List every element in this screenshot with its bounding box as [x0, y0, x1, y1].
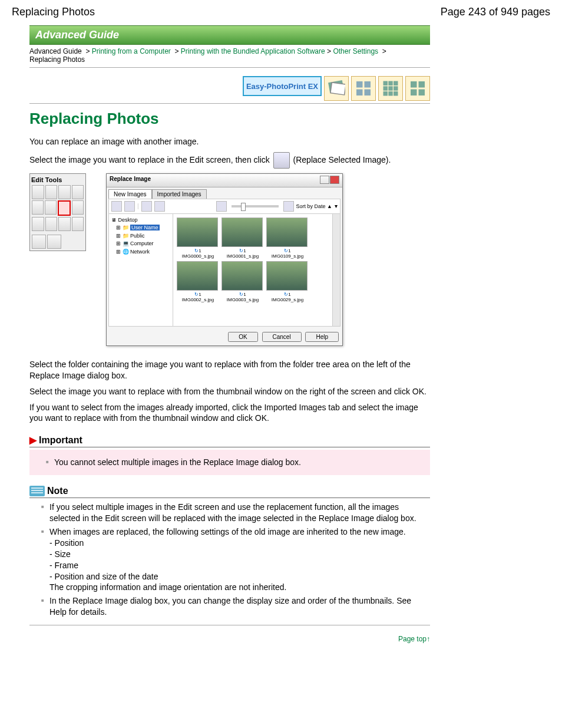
- important-heading: ▶ Important: [29, 434, 430, 447]
- ok-button[interactable]: OK: [228, 332, 257, 342]
- note-sub: - Frame: [49, 560, 430, 571]
- layout-icon-1: [324, 76, 349, 101]
- tab-imported-images[interactable]: Imported Images: [152, 189, 207, 199]
- cancel-button[interactable]: Cancel: [262, 332, 302, 342]
- svg-rect-13: [388, 91, 393, 96]
- thumbnail[interactable]: ↻1IMG0002_s.jpg: [177, 261, 219, 302]
- page-top-link[interactable]: Page top↑: [398, 635, 430, 643]
- sort-dropdown[interactable]: Sort by Date ▲: [296, 203, 332, 209]
- tab-new-images[interactable]: New Images: [108, 189, 152, 199]
- svg-rect-6: [384, 81, 388, 86]
- tool-btn[interactable]: [58, 217, 71, 231]
- thumbnail[interactable]: ↻1IMG0000_s.jpg: [177, 218, 219, 259]
- note-sub: - Size: [49, 549, 430, 560]
- note-item: If you select multiple images in the Edi…: [41, 502, 430, 524]
- tool-btn[interactable]: [45, 200, 57, 215]
- view-mode-icon[interactable]: [124, 201, 135, 212]
- dialog-title: Replace Image: [110, 176, 151, 185]
- paragraph-thumbnail: Select the image you want to replace wit…: [29, 386, 430, 397]
- crumb-current: Replacing Photos: [29, 55, 85, 64]
- thumb-small-icon: [216, 201, 227, 212]
- tool-btn[interactable]: [45, 217, 58, 231]
- instruction-1: Select the image you want to replace in …: [29, 152, 430, 169]
- thumbnail[interactable]: ↻1IMG0109_s.jpg: [266, 218, 309, 259]
- svg-rect-4: [356, 90, 363, 96]
- layout-icon-4: [405, 76, 430, 101]
- paragraph-imported: If you want to select from the images al…: [29, 402, 430, 424]
- flag-icon: ▶: [29, 434, 37, 446]
- tool-btn[interactable]: [32, 185, 44, 199]
- thumbnail[interactable]: ↻1IMG0003_s.jpg: [222, 261, 264, 302]
- tool-btn[interactable]: [32, 200, 44, 215]
- edit-tools-title: Edit Tools: [31, 175, 84, 185]
- folder-icon[interactable]: [154, 201, 165, 212]
- svg-rect-18: [419, 90, 425, 96]
- svg-rect-2: [356, 81, 363, 88]
- breadcrumb: Advanced Guide > Printing from a Compute…: [29, 45, 430, 68]
- svg-rect-10: [388, 86, 393, 91]
- edit-tools-palette: Edit Tools: [29, 173, 86, 251]
- thumbnail[interactable]: ↻1IMG0001_s.jpg: [222, 218, 264, 259]
- crumb-other-settings[interactable]: Other Settings: [333, 47, 378, 55]
- note-sub: - Position and size of the date: [49, 571, 430, 582]
- chevron-down-icon[interactable]: ▾: [335, 203, 338, 209]
- crumb-bundled-software[interactable]: Printing with the Bundled Application So…: [181, 47, 325, 55]
- svg-rect-9: [384, 86, 388, 91]
- tool-btn[interactable]: [72, 200, 84, 215]
- help-button[interactable]: Help: [305, 332, 339, 342]
- svg-rect-8: [394, 81, 398, 86]
- svg-rect-15: [411, 81, 417, 88]
- tool-btn[interactable]: [32, 217, 44, 231]
- svg-rect-16: [419, 81, 425, 88]
- svg-rect-12: [384, 91, 388, 96]
- thumb-large-icon: [283, 201, 294, 212]
- page-title-top: Replacing Photos: [12, 6, 95, 18]
- tool-replace-image[interactable]: [58, 200, 71, 216]
- refresh-icon[interactable]: [141, 201, 152, 212]
- note-icon: [29, 486, 45, 496]
- layout-icon-2: [351, 76, 376, 101]
- svg-rect-17: [411, 90, 417, 96]
- note-item: In the Replace Image dialog box, you can…: [41, 595, 430, 618]
- svg-rect-1: [330, 83, 345, 95]
- tool-btn[interactable]: [72, 185, 84, 199]
- thumbnail-size-slider[interactable]: [232, 205, 278, 207]
- folder-tree[interactable]: 🖥 Desktop ⊞ 📁 User Name ⊞ 📁 Public ⊞ 💻 C…: [109, 214, 173, 326]
- note-heading: Note: [29, 486, 430, 498]
- app-logo-badge: Easy-PhotoPrint EX: [243, 76, 322, 96]
- tool-text-a[interactable]: [32, 235, 46, 249]
- replace-selected-image-icon: [273, 152, 290, 169]
- close-button[interactable]: [330, 176, 339, 184]
- guide-header: Advanced Guide: [29, 25, 430, 45]
- thumbnail-pane: ↻1IMG0000_s.jpg ↻1IMG0001_s.jpg ↻1IMG010…: [173, 214, 332, 326]
- minimize-button[interactable]: [320, 176, 329, 184]
- crumb-printing-computer[interactable]: Printing from a Computer: [92, 47, 171, 55]
- note-sub: The cropping information and image orien…: [49, 582, 430, 593]
- page-number: Page 243 of 949 pages: [441, 6, 550, 18]
- replace-image-dialog: Replace Image New ImagesImported Images …: [106, 173, 343, 346]
- view-mode-icon[interactable]: [111, 201, 122, 212]
- thumbnail[interactable]: ↻1IMG0029_s.jpg: [266, 261, 309, 302]
- page-title: Replacing Photos: [29, 110, 430, 128]
- window-controls: [319, 176, 339, 185]
- svg-rect-14: [394, 91, 398, 96]
- tool-btn[interactable]: [58, 185, 71, 199]
- svg-rect-5: [365, 90, 371, 96]
- tool-text-b[interactable]: [47, 235, 61, 249]
- tool-btn[interactable]: [72, 217, 84, 231]
- paragraph-folder: Select the folder containing the image y…: [29, 359, 430, 381]
- svg-rect-3: [365, 81, 371, 88]
- crumb-advanced-guide[interactable]: Advanced Guide: [29, 47, 82, 55]
- note-sub: - Position: [49, 538, 430, 549]
- svg-rect-11: [394, 86, 398, 91]
- scrollbar[interactable]: [332, 214, 340, 326]
- important-item: You cannot select multiple images in the…: [46, 457, 425, 468]
- svg-rect-7: [388, 81, 393, 86]
- tool-btn[interactable]: [45, 185, 58, 199]
- note-item: When images are replaced, the following …: [41, 526, 430, 593]
- layout-icon-3: [378, 76, 403, 101]
- intro-paragraph: You can replace an image with another im…: [29, 136, 430, 147]
